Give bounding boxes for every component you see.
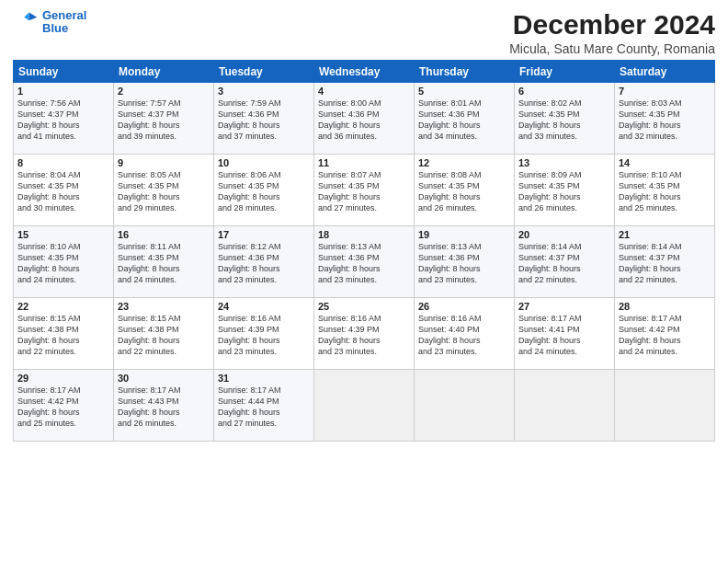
svg-marker-1 [24, 13, 28, 21]
header: General Blue December 2024 Micula, Satu … [13, 9, 715, 56]
cell-info: Sunrise: 8:17 AM Sunset: 4:44 PM Dayligh… [218, 385, 310, 430]
cell-info: Sunrise: 8:17 AM Sunset: 4:43 PM Dayligh… [118, 385, 210, 430]
calendar-cell: 20Sunrise: 8:14 AM Sunset: 4:37 PM Dayli… [515, 226, 615, 298]
cell-info: Sunrise: 8:16 AM Sunset: 4:40 PM Dayligh… [418, 313, 510, 358]
cell-info: Sunrise: 8:17 AM Sunset: 4:42 PM Dayligh… [619, 313, 711, 358]
calendar-cell [615, 370, 715, 442]
day-number: 21 [619, 229, 711, 240]
calendar-cell [314, 370, 415, 442]
day-number: 19 [418, 229, 510, 240]
cell-info: Sunrise: 8:17 AM Sunset: 4:42 PM Dayligh… [17, 385, 109, 430]
title-block: December 2024 Micula, Satu Mare County, … [509, 9, 715, 56]
day-number: 31 [218, 373, 310, 384]
day-number: 18 [318, 229, 410, 240]
cell-info: Sunrise: 8:14 AM Sunset: 4:37 PM Dayligh… [619, 241, 711, 286]
header-day: Thursday [415, 61, 515, 83]
cell-info: Sunrise: 8:13 AM Sunset: 4:36 PM Dayligh… [318, 241, 410, 286]
day-number: 10 [218, 157, 310, 168]
calendar-cell: 28Sunrise: 8:17 AM Sunset: 4:42 PM Dayli… [615, 298, 715, 370]
day-number: 28 [619, 301, 711, 312]
calendar-cell: 24Sunrise: 8:16 AM Sunset: 4:39 PM Dayli… [214, 298, 314, 370]
calendar-cell: 8Sunrise: 8:04 AM Sunset: 4:35 PM Daylig… [14, 155, 114, 226]
calendar-week-row: 22Sunrise: 8:15 AM Sunset: 4:38 PM Dayli… [14, 298, 715, 370]
cell-info: Sunrise: 8:04 AM Sunset: 4:35 PM Dayligh… [17, 169, 109, 214]
month-title: December 2024 [509, 9, 715, 40]
cell-info: Sunrise: 7:56 AM Sunset: 4:37 PM Dayligh… [17, 98, 109, 143]
cell-info: Sunrise: 8:17 AM Sunset: 4:41 PM Dayligh… [518, 313, 610, 358]
day-number: 16 [118, 229, 210, 240]
calendar-cell: 7Sunrise: 8:03 AM Sunset: 4:35 PM Daylig… [615, 83, 715, 155]
cell-info: Sunrise: 7:57 AM Sunset: 4:37 PM Dayligh… [118, 98, 210, 143]
header-day: Friday [515, 61, 615, 83]
day-number: 3 [218, 86, 310, 97]
day-number: 12 [418, 157, 510, 168]
calendar-cell [515, 370, 615, 442]
location-title: Micula, Satu Mare County, Romania [509, 41, 715, 56]
day-number: 7 [619, 86, 711, 97]
cell-info: Sunrise: 8:03 AM Sunset: 4:35 PM Dayligh… [619, 98, 711, 143]
cell-info: Sunrise: 8:10 AM Sunset: 4:35 PM Dayligh… [619, 169, 711, 214]
day-number: 25 [318, 301, 410, 312]
cell-info: Sunrise: 8:01 AM Sunset: 4:36 PM Dayligh… [418, 98, 510, 143]
day-number: 29 [17, 373, 109, 384]
day-number: 15 [17, 229, 109, 240]
header-day: Wednesday [314, 61, 415, 83]
calendar-cell: 29Sunrise: 8:17 AM Sunset: 4:42 PM Dayli… [14, 370, 114, 442]
calendar-cell: 21Sunrise: 8:14 AM Sunset: 4:37 PM Dayli… [615, 226, 715, 298]
day-number: 22 [17, 301, 109, 312]
day-number: 13 [518, 157, 610, 168]
header-day: Saturday [615, 61, 715, 83]
calendar-cell: 4Sunrise: 8:00 AM Sunset: 4:36 PM Daylig… [314, 83, 415, 155]
cell-info: Sunrise: 8:08 AM Sunset: 4:35 PM Dayligh… [418, 169, 510, 214]
day-number: 9 [118, 157, 210, 168]
cell-info: Sunrise: 8:12 AM Sunset: 4:36 PM Dayligh… [218, 241, 310, 286]
day-number: 17 [218, 229, 310, 240]
calendar-week-row: 8Sunrise: 8:04 AM Sunset: 4:35 PM Daylig… [14, 155, 715, 226]
calendar-week-row: 29Sunrise: 8:17 AM Sunset: 4:42 PM Dayli… [14, 370, 715, 442]
calendar-cell: 2Sunrise: 7:57 AM Sunset: 4:37 PM Daylig… [114, 83, 214, 155]
cell-info: Sunrise: 8:15 AM Sunset: 4:38 PM Dayligh… [118, 313, 210, 358]
calendar-cell: 13Sunrise: 8:09 AM Sunset: 4:35 PM Dayli… [515, 155, 615, 226]
day-number: 20 [518, 229, 610, 240]
calendar-cell: 3Sunrise: 7:59 AM Sunset: 4:36 PM Daylig… [214, 83, 314, 155]
cell-info: Sunrise: 8:09 AM Sunset: 4:35 PM Dayligh… [518, 169, 610, 214]
calendar-cell: 11Sunrise: 8:07 AM Sunset: 4:35 PM Dayli… [314, 155, 415, 226]
calendar-cell [415, 370, 515, 442]
logo-line2: Blue [42, 21, 68, 35]
logo-line1: General [42, 8, 86, 22]
day-number: 5 [418, 86, 510, 97]
day-number: 26 [418, 301, 510, 312]
cell-info: Sunrise: 8:06 AM Sunset: 4:35 PM Dayligh… [218, 169, 310, 214]
logo-text: General Blue [42, 9, 86, 36]
day-number: 6 [518, 86, 610, 97]
calendar-week-row: 1Sunrise: 7:56 AM Sunset: 4:37 PM Daylig… [14, 83, 715, 155]
header-day: Tuesday [214, 61, 314, 83]
calendar-cell: 26Sunrise: 8:16 AM Sunset: 4:40 PM Dayli… [415, 298, 515, 370]
calendar-cell: 18Sunrise: 8:13 AM Sunset: 4:36 PM Dayli… [314, 226, 415, 298]
cell-info: Sunrise: 8:13 AM Sunset: 4:36 PM Dayligh… [418, 241, 510, 286]
day-number: 2 [118, 86, 210, 97]
cell-info: Sunrise: 8:07 AM Sunset: 4:35 PM Dayligh… [318, 169, 410, 214]
cell-info: Sunrise: 8:05 AM Sunset: 4:35 PM Dayligh… [118, 169, 210, 214]
logo: General Blue [13, 9, 86, 36]
svg-marker-0 [29, 13, 38, 21]
calendar-cell: 25Sunrise: 8:16 AM Sunset: 4:39 PM Dayli… [314, 298, 415, 370]
day-number: 4 [318, 86, 410, 97]
calendar-cell: 12Sunrise: 8:08 AM Sunset: 4:35 PM Dayli… [415, 155, 515, 226]
calendar-table: SundayMondayTuesdayWednesdayThursdayFrid… [13, 60, 715, 442]
calendar-week-row: 15Sunrise: 8:10 AM Sunset: 4:35 PM Dayli… [14, 226, 715, 298]
cell-info: Sunrise: 8:14 AM Sunset: 4:37 PM Dayligh… [518, 241, 610, 286]
cell-info: Sunrise: 8:10 AM Sunset: 4:35 PM Dayligh… [17, 241, 109, 286]
day-number: 11 [318, 157, 410, 168]
cell-info: Sunrise: 8:11 AM Sunset: 4:35 PM Dayligh… [118, 241, 210, 286]
day-number: 8 [17, 157, 109, 168]
calendar-cell: 22Sunrise: 8:15 AM Sunset: 4:38 PM Dayli… [14, 298, 114, 370]
calendar-cell: 16Sunrise: 8:11 AM Sunset: 4:35 PM Dayli… [114, 226, 214, 298]
header-day: Sunday [14, 61, 114, 83]
day-number: 27 [518, 301, 610, 312]
cell-info: Sunrise: 8:00 AM Sunset: 4:36 PM Dayligh… [318, 98, 410, 143]
cell-info: Sunrise: 8:02 AM Sunset: 4:35 PM Dayligh… [518, 98, 610, 143]
calendar-cell: 30Sunrise: 8:17 AM Sunset: 4:43 PM Dayli… [114, 370, 214, 442]
calendar-cell: 23Sunrise: 8:15 AM Sunset: 4:38 PM Dayli… [114, 298, 214, 370]
day-number: 30 [118, 373, 210, 384]
